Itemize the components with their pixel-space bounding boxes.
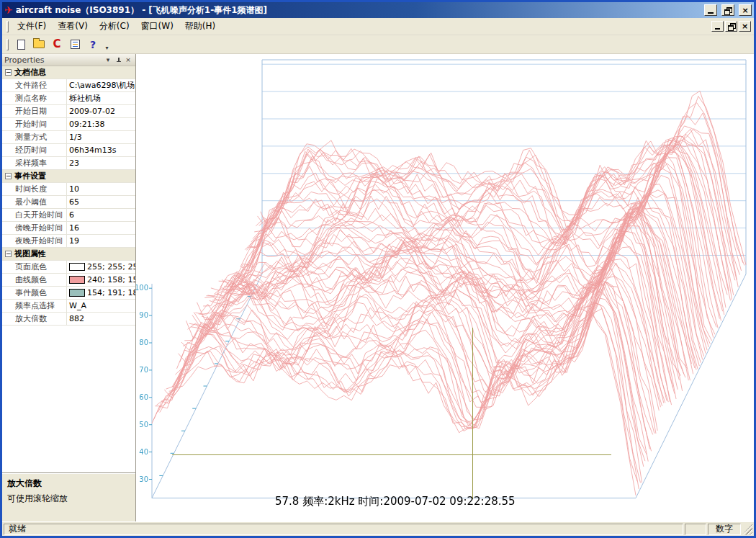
property-value[interactable]: 2009-07-02 bbox=[67, 105, 135, 117]
toolbar-grip[interactable] bbox=[6, 39, 9, 50]
menubar-grip[interactable] bbox=[6, 21, 9, 32]
property-label: 测点名称 bbox=[2, 92, 67, 104]
panel-menu-button[interactable]: ▾ bbox=[103, 55, 113, 65]
minimize-icon bbox=[715, 28, 720, 30]
property-row[interactable]: 傍晚开始时间16 bbox=[2, 222, 135, 235]
color-swatch bbox=[69, 263, 85, 271]
property-label: 傍晚开始时间 bbox=[2, 222, 67, 234]
section-header[interactable]: −文档信息 bbox=[2, 66, 135, 79]
section-title: 事件设置 bbox=[14, 171, 46, 181]
property-value[interactable]: 154; 191; 18 bbox=[67, 287, 135, 299]
property-row[interactable]: 采样频率23 bbox=[2, 157, 135, 170]
property-value[interactable]: 1/3 bbox=[67, 131, 135, 143]
status-message: 就绪 bbox=[4, 524, 683, 535]
help-icon: ? bbox=[90, 40, 96, 50]
property-value[interactable]: 255; 255; 25 bbox=[67, 261, 135, 273]
waterfall-chart-canvas[interactable] bbox=[136, 54, 753, 521]
menu-analysis[interactable]: 分析(C) bbox=[94, 18, 135, 35]
chart-pane: 57.8 频率:2kHz 时间:2009-07-02 09:22:28.55 bbox=[136, 54, 754, 521]
property-row[interactable]: 频率点选择W_A bbox=[2, 300, 135, 313]
property-value-text: 10 bbox=[69, 184, 79, 194]
mdi-minimize-button[interactable] bbox=[711, 21, 724, 32]
property-label: 时间长度 bbox=[2, 183, 67, 195]
property-label: 放大倍数 bbox=[2, 313, 67, 325]
main-area: Properties ▾ × −文档信息文件路径C:\awa6298\机场测点名… bbox=[2, 54, 754, 521]
property-value[interactable]: 06h34m13s bbox=[67, 144, 135, 156]
property-label: 夜晚开始时间 bbox=[2, 235, 67, 247]
property-label: 最小阈值 bbox=[2, 196, 67, 208]
property-row[interactable]: 时间长度10 bbox=[2, 183, 135, 196]
titlebar[interactable]: ✈ aircraft noise（ISO3891） - [飞机噪声分析1-事件1… bbox=[2, 2, 754, 18]
property-value[interactable]: 09:21:38 bbox=[67, 118, 135, 130]
section-header[interactable]: −事件设置 bbox=[2, 170, 135, 183]
property-row[interactable]: 放大倍数882 bbox=[2, 313, 135, 326]
property-label: 文件路径 bbox=[2, 79, 67, 91]
panel-close-button[interactable]: × bbox=[123, 55, 133, 65]
property-row[interactable]: 开始日期2009-07-02 bbox=[2, 105, 135, 118]
property-row[interactable]: 页面底色255; 255; 25 bbox=[2, 261, 135, 274]
property-row[interactable]: 测量方式1/3 bbox=[2, 131, 135, 144]
property-row[interactable]: 经历时间06h34m13s bbox=[2, 144, 135, 157]
property-value[interactable]: 65 bbox=[67, 196, 135, 208]
property-label: 白天开始时间 bbox=[2, 209, 67, 221]
status-cell-empty bbox=[685, 524, 706, 535]
property-value[interactable]: W_A bbox=[67, 300, 135, 312]
menu-view[interactable]: 查看(V) bbox=[52, 18, 94, 35]
property-value-text: 09:21:38 bbox=[69, 120, 104, 129]
mdi-restore-button[interactable] bbox=[725, 21, 737, 32]
mdi-close-button[interactable]: × bbox=[739, 21, 751, 32]
property-value[interactable]: 240; 158; 15 bbox=[67, 274, 135, 286]
menu-help[interactable]: 帮助(H) bbox=[179, 18, 221, 35]
property-value[interactable]: 10 bbox=[67, 183, 135, 195]
property-row[interactable]: 开始时间09:21:38 bbox=[2, 118, 135, 131]
restore-icon bbox=[728, 23, 735, 30]
property-label: 开始日期 bbox=[2, 105, 67, 117]
chart-readout: 57.8 频率:2kHz 时间:2009-07-02 09:22:28.55 bbox=[275, 495, 516, 508]
collapse-icon[interactable]: − bbox=[5, 173, 12, 179]
collapse-icon[interactable]: − bbox=[5, 69, 12, 76]
collapse-icon[interactable]: − bbox=[5, 251, 12, 257]
properties-panel-header: Properties ▾ × bbox=[2, 54, 135, 66]
section-header[interactable]: −视图属性 bbox=[2, 248, 135, 261]
property-value[interactable]: 栎社机场 bbox=[67, 92, 135, 104]
window-restore-button[interactable] bbox=[721, 4, 734, 16]
property-value[interactable]: 882 bbox=[67, 313, 135, 325]
window-close-button[interactable]: × bbox=[739, 4, 752, 16]
property-value[interactable]: 16 bbox=[67, 222, 135, 234]
property-row[interactable]: 测点名称栎社机场 bbox=[2, 92, 135, 105]
property-row[interactable]: 白天开始时间6 bbox=[2, 209, 135, 222]
color-swatch bbox=[69, 289, 85, 297]
property-value[interactable]: 6 bbox=[67, 209, 135, 221]
property-row[interactable]: 事件颜色154; 191; 18 bbox=[2, 287, 135, 300]
property-row[interactable]: 最小阈值65 bbox=[2, 196, 135, 209]
window-title: aircraft noise（ISO3891） - [飞机噪声分析1-事件1频谱… bbox=[16, 4, 700, 17]
property-value[interactable]: 19 bbox=[67, 235, 135, 247]
chevron-down-icon: ▾ bbox=[105, 45, 108, 51]
menu-file[interactable]: 文件(F) bbox=[12, 18, 52, 35]
window-minimize-button[interactable] bbox=[704, 4, 717, 16]
calibration-button[interactable]: C bbox=[48, 37, 66, 53]
panel-pin-button[interactable] bbox=[113, 55, 123, 65]
color-swatch bbox=[69, 276, 85, 284]
resize-grip[interactable] bbox=[742, 524, 752, 535]
property-value-text: 2009-07-02 bbox=[69, 107, 115, 116]
toolbar-overflow-button[interactable]: ▾ bbox=[102, 37, 112, 53]
property-label: 测量方式 bbox=[2, 131, 67, 143]
property-help-title: 放大倍数 bbox=[7, 478, 130, 490]
property-value[interactable]: 23 bbox=[67, 157, 135, 169]
open-file-button[interactable] bbox=[30, 37, 48, 53]
property-value-text: 1/3 bbox=[69, 133, 82, 142]
properties-button[interactable] bbox=[66, 37, 84, 53]
property-row[interactable]: 夜晚开始时间19 bbox=[2, 235, 135, 248]
property-value-text: W_A bbox=[69, 301, 86, 310]
property-row[interactable]: 文件路径C:\awa6298\机场 bbox=[2, 79, 135, 92]
menu-window[interactable]: 窗口(W) bbox=[135, 18, 179, 35]
properties-icon bbox=[71, 40, 80, 49]
property-row[interactable]: 曲线颜色240; 158; 15 bbox=[2, 274, 135, 287]
calibration-c-icon: C bbox=[53, 39, 60, 50]
new-document-button[interactable] bbox=[12, 37, 30, 53]
status-num-indicator: 数字 bbox=[708, 524, 741, 535]
property-label: 曲线颜色 bbox=[2, 274, 67, 286]
property-value[interactable]: C:\awa6298\机场 bbox=[67, 79, 135, 91]
help-button[interactable]: ? bbox=[84, 37, 102, 53]
